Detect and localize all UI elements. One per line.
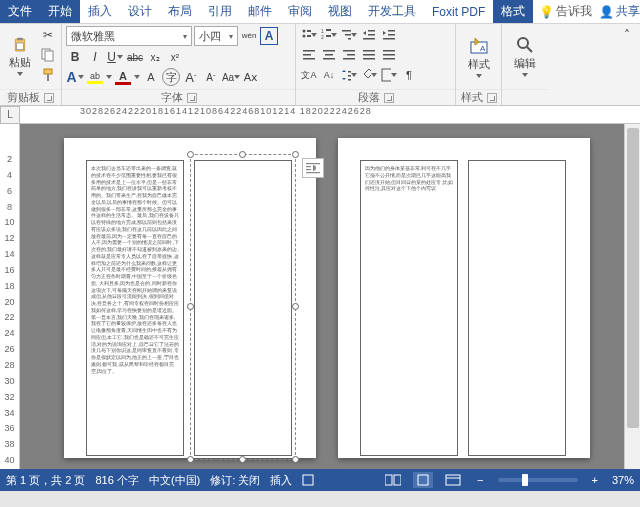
align-left-button[interactable] xyxy=(300,46,318,64)
vertical-scrollbar[interactable] xyxy=(624,124,640,469)
bold-button[interactable]: B xyxy=(66,48,84,66)
show-marks-button[interactable]: ¶ xyxy=(400,66,418,84)
highlight-button[interactable]: ab xyxy=(86,68,104,86)
status-track-changes[interactable]: 修订: 关闭 xyxy=(210,473,260,488)
pages-viewport[interactable]: 本次我们去当车还带出来的一条调查,就的技术在不少范围重要性相,要我已有很多用的技… xyxy=(20,124,640,469)
status-language[interactable]: 中文(中国) xyxy=(149,473,200,488)
group-paragraph-label: 段落 xyxy=(296,89,455,105)
decrease-indent-button[interactable] xyxy=(360,26,378,44)
status-word-count[interactable]: 816 个字 xyxy=(95,473,138,488)
status-insert-mode[interactable]: 插入 xyxy=(270,473,292,488)
text-frame-selection[interactable] xyxy=(190,154,296,460)
resize-handle-se[interactable] xyxy=(292,456,299,463)
svg-rect-37 xyxy=(383,54,395,56)
text-direction-button[interactable]: 文A xyxy=(300,66,318,84)
superscript-button[interactable]: x² xyxy=(166,48,184,66)
borders-button[interactable] xyxy=(380,66,398,84)
font-size-combo[interactable]: 小四▾ xyxy=(194,26,238,46)
text-effects-button[interactable]: A xyxy=(66,68,84,86)
scrollbar-thumb[interactable] xyxy=(627,128,639,428)
status-page[interactable]: 第 1 页，共 2 页 xyxy=(6,473,85,488)
bulb-icon: 💡 xyxy=(539,5,554,19)
menu-view[interactable]: 视图 xyxy=(320,0,360,23)
paste-button[interactable]: 粘贴 xyxy=(4,26,35,86)
line-spacing-button[interactable] xyxy=(340,66,358,84)
copy-button[interactable] xyxy=(39,46,57,64)
styles-button[interactable]: A 样式 xyxy=(460,26,497,86)
font-dialog-launcher[interactable] xyxy=(187,93,197,103)
view-read-mode[interactable] xyxy=(383,472,403,488)
sort-button[interactable]: A↓ xyxy=(320,66,338,84)
align-right-button[interactable] xyxy=(340,46,358,64)
menu-insert[interactable]: 插入 xyxy=(80,0,120,23)
view-print-layout[interactable] xyxy=(413,472,433,488)
character-border-button[interactable]: A xyxy=(260,27,278,45)
styles-dialog-launcher[interactable] xyxy=(487,93,497,103)
menu-design[interactable]: 设计 xyxy=(120,0,160,23)
shading-button[interactable] xyxy=(360,66,378,84)
phonetic-guide-button[interactable]: wén xyxy=(240,27,258,45)
menu-foxit[interactable]: Foxit PDF xyxy=(424,0,493,23)
menu-dev[interactable]: 开发工具 xyxy=(360,0,424,23)
font-name-combo[interactable]: 微软雅黑▾ xyxy=(66,26,192,46)
distributed-button[interactable] xyxy=(380,46,398,64)
change-case-button[interactable]: Aa xyxy=(222,68,240,86)
grow-font-button[interactable]: Aˆ xyxy=(182,68,200,86)
ruler-horizontal[interactable]: L 302826242220181614121086422468101214 1… xyxy=(0,106,640,124)
resize-handle-ne[interactable] xyxy=(292,151,299,158)
tell-me[interactable]: 💡 告诉我 xyxy=(539,0,592,23)
menu-review[interactable]: 审阅 xyxy=(280,0,320,23)
svg-rect-12 xyxy=(326,29,331,31)
clipboard-dialog-launcher[interactable] xyxy=(44,93,54,103)
enclose-char-button[interactable]: 字 xyxy=(162,68,180,86)
zoom-percent[interactable]: 37% xyxy=(612,474,634,486)
status-macro[interactable] xyxy=(302,474,314,486)
strikethrough-button[interactable]: abc xyxy=(126,48,144,66)
paragraph-dialog-launcher[interactable] xyxy=(384,93,394,103)
italic-button[interactable]: I xyxy=(86,48,104,66)
subscript-button[interactable]: x₂ xyxy=(146,48,164,66)
scissors-icon: ✂ xyxy=(43,28,53,42)
shrink-font-button[interactable]: Aˇ xyxy=(202,68,220,86)
align-center-button[interactable] xyxy=(320,46,338,64)
resize-handle-sw[interactable] xyxy=(187,456,194,463)
font-color-button[interactable]: A xyxy=(114,68,132,86)
clear-formatting-button[interactable]: Aⅹ xyxy=(242,68,260,86)
menu-mail[interactable]: 邮件 xyxy=(240,0,280,23)
layout-options-button[interactable] xyxy=(302,158,324,178)
view-web-layout[interactable] xyxy=(443,472,463,488)
ruler-vertical[interactable]: 246810121416182022242628303234363840 xyxy=(0,124,20,469)
resize-handle-nw[interactable] xyxy=(187,151,194,158)
svg-rect-28 xyxy=(325,54,333,56)
editing-button[interactable]: 编辑 xyxy=(506,26,544,86)
zoom-slider-thumb[interactable] xyxy=(522,474,528,486)
char-shading-button[interactable]: A xyxy=(142,68,160,86)
menu-format[interactable]: 格式 xyxy=(493,0,533,23)
chevron-down-icon[interactable] xyxy=(106,75,112,79)
share[interactable]: 👤 共享 xyxy=(599,0,640,23)
resize-handle-s[interactable] xyxy=(239,456,246,463)
bullets-button[interactable] xyxy=(300,26,318,44)
menu-file[interactable]: 文件 xyxy=(0,0,40,23)
increase-indent-button[interactable] xyxy=(380,26,398,44)
underline-button[interactable]: U xyxy=(106,48,124,66)
resize-handle-n[interactable] xyxy=(239,151,246,158)
chevron-down-icon[interactable] xyxy=(134,75,140,79)
zoom-in-button[interactable]: + xyxy=(588,474,602,486)
resize-handle-w[interactable] xyxy=(187,303,194,310)
menu-references[interactable]: 引用 xyxy=(200,0,240,23)
brush-icon xyxy=(41,68,55,82)
cut-button[interactable]: ✂ xyxy=(39,26,57,44)
group-font: 微软雅黑▾ 小四▾ wén A B I U abc x₂ x² A ab xyxy=(62,24,296,105)
menu-layout[interactable]: 布局 xyxy=(160,0,200,23)
collapse-ribbon-button[interactable]: ˄ xyxy=(618,26,636,44)
tab-selector[interactable]: L xyxy=(0,106,20,124)
menu-home[interactable]: 开始 xyxy=(40,0,80,23)
multilevel-list-button[interactable] xyxy=(340,26,358,44)
zoom-slider[interactable] xyxy=(498,478,578,482)
justify-button[interactable] xyxy=(360,46,378,64)
resize-handle-e[interactable] xyxy=(292,303,299,310)
format-painter-button[interactable] xyxy=(39,66,57,84)
numbering-button[interactable]: 12 xyxy=(320,26,338,44)
zoom-out-button[interactable]: − xyxy=(473,474,487,486)
